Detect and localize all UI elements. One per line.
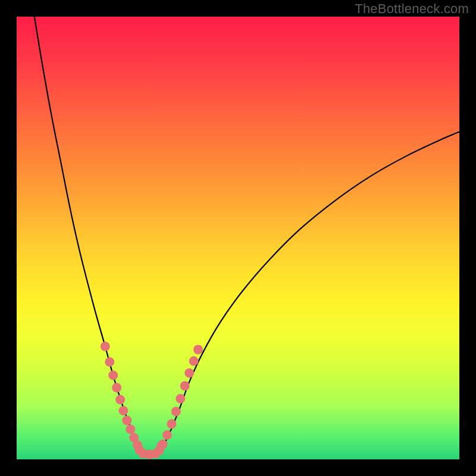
bottleneck-curve [35,17,459,455]
marker-point [122,416,131,425]
curves-group [35,17,459,455]
markers-group [101,342,203,459]
marker-point [118,406,128,415]
marker-point [189,356,199,366]
marker-point [162,430,172,440]
marker-point [184,368,194,378]
marker-point [126,424,135,434]
watermark-text: TheBottleneck.com [355,1,469,17]
marker-point [115,395,125,405]
marker-point [180,381,190,391]
marker-point [193,345,203,354]
chart-frame: TheBottleneck.com [0,0,476,476]
marker-point [112,383,121,392]
plot-area [17,17,459,459]
marker-point [101,342,110,351]
curve-layer [17,17,459,459]
marker-point [158,440,168,449]
marker-point [171,407,181,416]
marker-point [167,419,176,428]
marker-point [176,394,185,403]
marker-point [108,371,118,380]
marker-point [105,357,114,367]
